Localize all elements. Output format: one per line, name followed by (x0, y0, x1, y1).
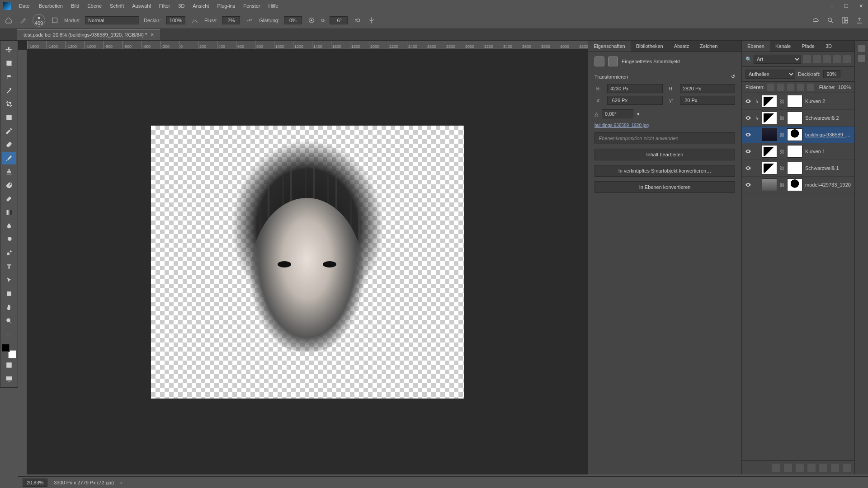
tab-paths[interactable]: Pfade (796, 41, 820, 52)
menu-plugins[interactable]: Plug-ins (213, 1, 239, 10)
menu-view[interactable]: Ansicht (189, 1, 212, 10)
menu-select[interactable]: Auswahl (128, 1, 155, 10)
tab-properties[interactable]: Eigenschaften (588, 41, 631, 52)
layer-visibility-icon[interactable] (745, 98, 752, 105)
document-canvas[interactable] (151, 126, 464, 399)
layer-thumbnail[interactable] (762, 112, 777, 124)
gradient-tool[interactable] (2, 206, 16, 219)
tab-character[interactable]: Zeichen (694, 41, 723, 52)
size-pressure-icon[interactable] (352, 15, 362, 25)
layer-mask-thumbnail[interactable] (787, 95, 802, 108)
collapsed-panel-icon[interactable] (858, 45, 865, 52)
link-layers-icon[interactable] (772, 464, 780, 472)
delete-layer-icon[interactable] (843, 464, 851, 472)
type-tool[interactable] (2, 260, 16, 273)
layer-row[interactable]: ↳⛓Kurven 2 (742, 93, 854, 110)
width-field[interactable]: 4230 Px (607, 84, 663, 93)
layer-visibility-icon[interactable] (745, 181, 752, 188)
layer-mask-thumbnail[interactable] (787, 128, 802, 141)
document-tab-close-icon[interactable]: × (151, 32, 154, 38)
flow-field[interactable]: 2% (222, 16, 240, 24)
layer-mask-thumbnail[interactable] (787, 145, 802, 158)
menu-3d[interactable]: 3D (175, 1, 188, 10)
eyedropper-tool[interactable] (2, 125, 16, 137)
mask-link-icon[interactable]: ⛓ (780, 116, 784, 121)
new-adjustment-icon[interactable] (807, 464, 816, 472)
shape-tool[interactable] (2, 287, 16, 300)
search-icon[interactable] (826, 15, 835, 25)
fx-icon[interactable] (784, 464, 792, 472)
lasso-tool[interactable] (2, 70, 16, 83)
maximize-button[interactable]: ☐ (839, 0, 854, 12)
filter-type-icon[interactable] (823, 55, 831, 63)
healing-tool[interactable] (2, 138, 16, 151)
share-icon[interactable] (854, 15, 864, 25)
canvas-viewport[interactable] (27, 50, 588, 474)
layer-thumbnail[interactable] (762, 145, 777, 158)
menu-help[interactable]: Hilfe (264, 1, 282, 10)
layer-name[interactable]: Schwarzweiß 2 (805, 115, 852, 121)
layer-row[interactable]: ⛓Schwarzweiß 1 (742, 160, 854, 177)
opacity-field[interactable]: 100% (166, 16, 185, 24)
eraser-tool[interactable] (2, 192, 16, 205)
layer-row[interactable]: ↳⛓Schwarzweiß 2 (742, 110, 854, 127)
menu-image[interactable]: Bild (67, 1, 83, 10)
height-field[interactable]: 2820 Px (680, 84, 736, 93)
screen-mode-icon[interactable] (2, 372, 16, 385)
document-tab[interactable]: test.psdc bei 20,8% (buildings-936589_19… (17, 29, 160, 40)
tab-3d[interactable]: 3D (820, 41, 837, 52)
tab-channels[interactable]: Kanäle (770, 41, 796, 52)
layer-mask-thumbnail[interactable] (787, 162, 802, 174)
tool-preset-icon[interactable] (18, 15, 28, 25)
vertical-ruler[interactable] (18, 50, 27, 474)
menu-file[interactable]: Datei (15, 1, 34, 10)
dodge-tool[interactable] (2, 233, 16, 246)
opacity-pressure-icon[interactable] (190, 15, 200, 25)
smoothing-field[interactable]: 0% (284, 16, 302, 24)
layer-mask-thumbnail[interactable] (787, 112, 802, 124)
mask-link-icon[interactable]: ⛓ (780, 99, 784, 104)
mask-link-icon[interactable]: ⛓ (780, 149, 784, 154)
layer-name[interactable]: Schwarzweiß 1 (805, 165, 852, 171)
minimize-button[interactable]: ─ (825, 0, 839, 12)
smartobject-source-link[interactable]: buildings-936589_1920.jpg (594, 123, 735, 128)
zoom-level-field[interactable]: 20,83% (23, 479, 47, 487)
stamp-tool[interactable] (2, 165, 16, 178)
brush-panel-icon[interactable] (50, 15, 60, 25)
layer-row[interactable]: ⛓buildings-936589_1920… (742, 127, 854, 143)
crop-tool[interactable] (2, 98, 16, 110)
path-select-tool[interactable] (2, 274, 16, 286)
x-field[interactable]: -626 Px (607, 96, 663, 105)
horizontal-ruler[interactable]: -1600-1400-1200-1000-800-600-400-2000200… (27, 41, 588, 50)
lock-artboard-icon[interactable] (797, 84, 804, 91)
mask-link-icon[interactable]: ⛓ (780, 132, 784, 137)
collapsed-panel-icon[interactable] (858, 55, 865, 62)
color-swatches[interactable] (2, 344, 16, 358)
convert-linked-button[interactable]: In verknüpftes Smartobjekt konvertieren… (594, 165, 735, 177)
workspace-icon[interactable] (840, 15, 850, 25)
rotate-dropdown-icon[interactable]: ▾ (637, 111, 640, 117)
add-mask-icon[interactable] (796, 464, 804, 472)
frame-tool[interactable] (2, 111, 16, 124)
symmetry-icon[interactable] (367, 15, 377, 25)
new-layer-icon[interactable] (831, 464, 839, 472)
layer-visibility-icon[interactable] (745, 164, 752, 172)
layer-row[interactable]: ⛓model-429733_1920 (742, 177, 854, 193)
brush-preview[interactable]: ●409 (33, 14, 45, 27)
magic-wand-tool[interactable] (2, 84, 16, 97)
y-field[interactable]: -20 Px (680, 96, 736, 105)
layer-thumbnail[interactable] (762, 128, 777, 141)
layer-comp-select[interactable]: Ebenenkomposition nicht anwenden (594, 132, 735, 144)
filter-pixel-icon[interactable] (803, 55, 811, 63)
layer-mask-thumbnail[interactable] (787, 178, 802, 191)
marquee-tool[interactable] (2, 57, 16, 70)
layer-opacity-field[interactable]: 90% (823, 70, 840, 78)
lock-pixels-icon[interactable] (777, 84, 784, 91)
menu-layer[interactable]: Ebene (84, 1, 105, 10)
layer-fill-field[interactable]: 100% (838, 84, 851, 90)
tab-layers[interactable]: Ebenen (742, 41, 770, 52)
airbrush-icon[interactable] (245, 15, 255, 25)
lock-transparency-icon[interactable] (767, 84, 774, 91)
hand-tool[interactable] (2, 301, 16, 314)
mask-link-icon[interactable]: ⛓ (780, 183, 784, 188)
